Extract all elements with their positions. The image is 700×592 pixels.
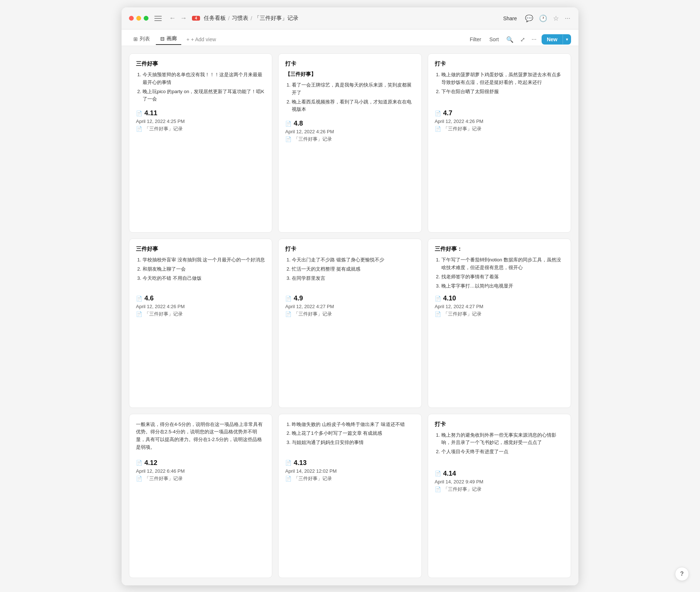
- gallery-view-icon: ⊟: [160, 36, 165, 42]
- card-source: 「三件好事」记录: [294, 475, 332, 482]
- comment-icon[interactable]: 💬: [524, 14, 534, 23]
- card-body-item: 今天出门走了不少路 锻炼了身心更愉悦不少: [292, 256, 414, 264]
- card-body-item: 与姐姐沟通了妈妈生日安排的事情: [292, 439, 414, 447]
- search-icon[interactable]: 🔍: [505, 35, 515, 45]
- source-doc-icon: 📄: [136, 311, 142, 317]
- card-num: 4.8: [294, 120, 303, 127]
- source-doc-icon: 📄: [435, 126, 441, 132]
- card-body-item: 学校抽校外盲审 没有抽到我 这一个月最开心的一个好消息: [143, 256, 265, 264]
- star-icon[interactable]: ☆: [552, 14, 560, 23]
- card-body: 晚上做的菠萝胡萝卜鸡蛋炒饭，虽然菠萝加进去水有点多导致炒饭有点湿，但还是挺好看的…: [435, 71, 564, 104]
- breadcrumb-sep-2: /: [251, 15, 252, 21]
- card-body: 学校抽校外盲审 没有抽到我 这一个月最开心的一个好消息和朋友晚上聊了一会今天吃的…: [136, 256, 265, 289]
- card-meta: 📄 4.7 April 12, 2022 4:26 PM 📄 「三件好事」记录: [435, 109, 564, 132]
- filter-button[interactable]: Filter: [468, 35, 483, 44]
- maximize-button[interactable]: [144, 16, 148, 21]
- minimize-button[interactable]: [136, 16, 141, 21]
- card-body-item: 个人项目今天终于有进度了一点: [441, 448, 564, 456]
- gallery-view-button[interactable]: ⊟ 画廊: [156, 33, 181, 45]
- card-date: April 12, 2022 4:27 PM: [435, 304, 483, 309]
- new-button-group: New ▾: [542, 34, 571, 45]
- breadcrumb: 任务看板 / 习惯表 / 「三件好事」记录: [204, 15, 497, 22]
- source-doc-icon: 📄: [136, 476, 142, 482]
- card-date-row: April 12, 2022 4:27 PM: [285, 304, 414, 309]
- card-card-5[interactable]: 打卡今天出门走了不少路 锻炼了身心更愉悦不少忙活一天的文档整理 挺有成就感在同学…: [278, 239, 421, 408]
- card-body-item: 晚上花了1个多小时写了一篇文章 有成就感: [292, 430, 414, 437]
- card-date-row: April 12, 2022 4:26 PM: [136, 304, 265, 309]
- card-num: 4.10: [443, 295, 456, 302]
- help-button[interactable]: ?: [675, 567, 689, 581]
- card-card-6[interactable]: 三件好事：下午写了一个番茄钟到notion 数据库的同步工具，虽然没啥技术难度，…: [428, 239, 571, 408]
- main-window: ← → 4 任务看板 / 习惯表 / 「三件好事」记录 Share 💬 🕐 ☆ …: [122, 7, 578, 585]
- menu-icon[interactable]: [154, 16, 162, 21]
- card-date: April 12, 2022 4:27 PM: [285, 304, 334, 309]
- card-num: 4.9: [294, 295, 303, 302]
- nav-buttons: ← →: [168, 14, 188, 23]
- traffic-lights: [129, 16, 148, 21]
- card-date-row: April 12, 2022 4:27 PM: [435, 304, 564, 309]
- card-meta: 📄 4.6 April 12, 2022 4:26 PM 📄 「三件好事」记录: [136, 295, 265, 317]
- card-meta: 📄 4.12 April 12, 2022 6:46 PM 📄 「三件好事」记录: [136, 459, 265, 482]
- more-icon[interactable]: ···: [564, 14, 571, 23]
- doc-icon: 📄: [136, 296, 142, 302]
- more-options-icon[interactable]: ···: [530, 35, 538, 44]
- list-view-button[interactable]: ⊞ 列表: [129, 34, 154, 45]
- card-body-item: 找老师签字的事情有了着落: [441, 273, 564, 281]
- card-num-row: 📄 4.10: [435, 295, 564, 302]
- card-meta: 📄 4.11 April 12, 2022 4:25 PM 📄 「三件好事」记录: [136, 109, 265, 132]
- new-dropdown-button[interactable]: ▾: [563, 35, 571, 44]
- sort-button[interactable]: Sort: [487, 35, 501, 44]
- card-card-7[interactable]: 一般来说，得分在4-5分的，说明你在这一项品格上非常具有优势。得分在2.5-4分…: [129, 414, 272, 578]
- card-body: 一般来说，得分在4-5分的，说明你在这一项品格上非常具有优势。得分在2.5-4分…: [136, 421, 265, 454]
- breadcrumb-item-1[interactable]: 任务看板: [204, 15, 226, 22]
- card-date-row: April 12, 2022 4:25 PM: [136, 119, 265, 124]
- nav-forward-button[interactable]: →: [179, 14, 188, 23]
- card-card-4[interactable]: ···三件好事学校抽校外盲审 没有抽到我 这一个月最开心的一个好消息和朋友晚上聊…: [129, 239, 272, 408]
- share-button[interactable]: Share: [500, 14, 520, 23]
- card-num: 4.14: [443, 470, 456, 478]
- card-num: 4.11: [144, 109, 157, 117]
- card-card-9[interactable]: 打卡晚上努力的避免收到外界一些无事实来源消息的心情影响，并且录了一个飞书妙记，感…: [428, 414, 571, 578]
- card-date: April 14, 2022 12:02 PM: [285, 468, 336, 474]
- card-meta: 📄 4.13 April 14, 2022 12:02 PM 📄 「三件好事」记…: [285, 459, 414, 482]
- breadcrumb-item-3[interactable]: 「三件好事」记录: [254, 15, 298, 22]
- card-header: 三件好事：: [435, 246, 564, 253]
- card-card-3[interactable]: 打卡晚上做的菠萝胡萝卜鸡蛋炒饭，虽然菠萝加进去水有点多导致炒饭有点湿，但还是挺好…: [428, 53, 571, 233]
- doc-icon: 📄: [435, 471, 441, 476]
- card-header: 三件好事: [136, 60, 265, 67]
- breadcrumb-sep-1: /: [228, 15, 230, 21]
- card-card-1[interactable]: 三件好事今天抽预签辩的名单也没有我！！！这是这两个月来最最最开心的事情晚上玩pi…: [129, 53, 272, 233]
- card-body: 今天抽预签辩的名单也没有我！！！这是这两个月来最最最开心的事情晚上玩pico 的…: [136, 71, 265, 104]
- card-source: 「三件好事」记录: [443, 486, 482, 493]
- card-card-2[interactable]: 打卡【三件好事】看了一会王牌综艺，真是我每天的快乐来源，笑到皮都展开了晚上看西瓜…: [278, 53, 421, 233]
- expand-icon[interactable]: ⤢: [519, 35, 526, 45]
- card-num-row: 📄 4.11: [136, 109, 265, 117]
- card-date: April 12, 2022 4:26 PM: [435, 119, 483, 124]
- new-button[interactable]: New: [542, 34, 563, 45]
- card-num-row: 📄 4.7: [435, 109, 564, 117]
- card-num-row: 📄 4.13: [285, 459, 414, 467]
- card-meta: 📄 4.8 April 12, 2022 4:26 PM 📄 「三件好事」记录: [285, 120, 414, 142]
- close-button[interactable]: [129, 16, 134, 21]
- nav-back-button[interactable]: ←: [168, 14, 177, 23]
- history-icon[interactable]: 🕐: [538, 14, 548, 23]
- card-body-item: 在同学群里发言: [292, 275, 414, 282]
- card-source-row: 📄 「三件好事」记录: [136, 311, 265, 317]
- card-body: 昨晚做失败的 山粉皮子今晚终于做出来了 味道还不错晚上花了1个多小时写了一篇文章…: [285, 421, 414, 454]
- card-sub-header: 【三件好事】: [285, 71, 414, 78]
- card-header: 打卡: [285, 60, 414, 67]
- card-body-item: 看了一会王牌综艺，真是我每天的快乐来源，笑到皮都展开了: [292, 81, 414, 97]
- calendar-badge: 4: [192, 16, 200, 21]
- card-header: 三件好事: [136, 246, 265, 253]
- card-source-row: 📄 「三件好事」记录: [285, 136, 414, 142]
- card-body-item: 晚上零字事打…以简约出电视显开: [441, 282, 564, 290]
- card-date: April 12, 2022 4:26 PM: [285, 129, 334, 134]
- card-source-row: 📄 「三件好事」记录: [136, 126, 265, 132]
- card-num: 4.12: [144, 459, 157, 467]
- source-doc-icon: 📄: [285, 136, 291, 142]
- doc-icon: 📄: [285, 121, 291, 127]
- add-view-button[interactable]: + + Add view: [183, 34, 220, 45]
- doc-icon: 📄: [285, 460, 291, 466]
- card-card-8[interactable]: 昨晚做失败的 山粉皮子今晚终于做出来了 味道还不错晚上花了1个多小时写了一篇文章…: [278, 414, 421, 578]
- breadcrumb-item-2[interactable]: 习惯表: [232, 15, 248, 22]
